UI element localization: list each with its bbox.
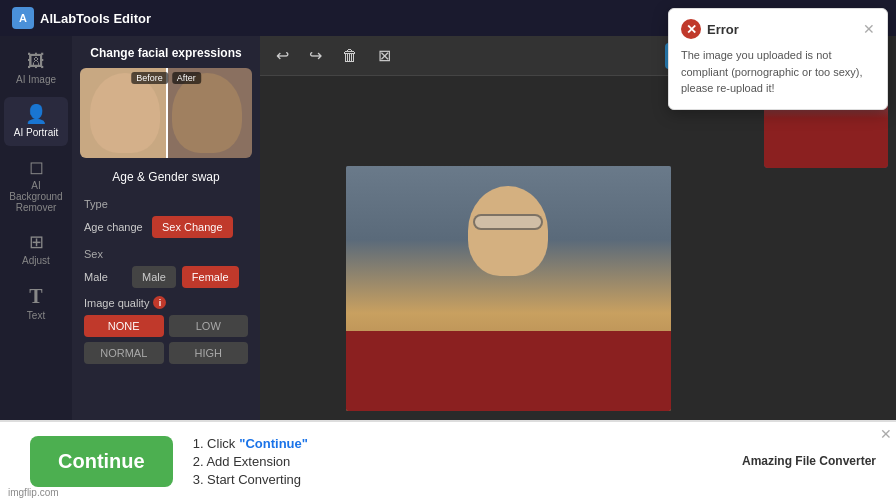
face-left bbox=[90, 73, 160, 153]
face-right bbox=[172, 73, 242, 153]
sidebar-item-ai-image[interactable]: 🖼 AI Image bbox=[4, 44, 68, 93]
sex-options: Male Female bbox=[132, 266, 239, 288]
ad-step-3: 3. Start Converting bbox=[193, 472, 308, 487]
ad-continue-button[interactable]: Continue bbox=[30, 436, 173, 487]
imgflip-label: imgflip.com bbox=[8, 487, 59, 498]
app-title: AlLabTools Editor bbox=[40, 11, 151, 26]
ad-step-2: 2. Add Extension bbox=[193, 454, 308, 469]
adjust-icon: ⊞ bbox=[29, 233, 44, 251]
info-icon: i bbox=[153, 296, 166, 309]
sidebar-item-ai-portrait[interactable]: 👤 AI Portrait bbox=[4, 97, 68, 146]
sex-row: Male Male Female bbox=[72, 262, 260, 292]
panel-header: Change facial expressions bbox=[72, 36, 260, 68]
ai-portrait-icon: 👤 bbox=[25, 105, 47, 123]
quality-high-button[interactable]: HIGH bbox=[169, 342, 249, 364]
redo-button[interactable]: ↪ bbox=[303, 42, 328, 69]
sidebar-item-label: Text bbox=[27, 310, 45, 321]
ad-step1-prefix: 1. Click bbox=[193, 436, 236, 451]
ad-bar: Continue 1. Click "Continue" 2. Add Exte… bbox=[0, 420, 896, 500]
ad-badge-name: Amazing File Converter bbox=[742, 454, 876, 468]
error-modal: ✕ Error ✕ The image you uploaded is not … bbox=[668, 8, 888, 110]
photo-person bbox=[346, 166, 671, 411]
error-title: Error bbox=[707, 22, 739, 37]
undo-button[interactable]: ↩ bbox=[270, 42, 295, 69]
female-button[interactable]: Female bbox=[182, 266, 239, 288]
sex-change-button[interactable]: Sex Change bbox=[152, 216, 233, 238]
ad-close-button[interactable]: ✕ bbox=[880, 426, 892, 442]
quality-normal-button[interactable]: NORMAL bbox=[84, 342, 164, 364]
quality-label: Image quality bbox=[84, 297, 149, 309]
sidebar-item-label: Adjust bbox=[22, 255, 50, 266]
sidebar-item-label: AI Image bbox=[16, 74, 56, 85]
imgflip-area: imgflip.com bbox=[8, 487, 59, 498]
error-close-button[interactable]: ✕ bbox=[863, 21, 875, 37]
photo-face bbox=[468, 186, 548, 276]
type-section-label: Type bbox=[72, 192, 260, 212]
sex-section-label: Sex bbox=[72, 242, 260, 262]
main-image bbox=[346, 166, 671, 411]
male-button[interactable]: Male bbox=[132, 266, 176, 288]
photo-scarf bbox=[346, 331, 671, 411]
photo-glasses bbox=[473, 214, 543, 230]
before-tag: Before bbox=[131, 72, 168, 84]
ad-step-1: 1. Click "Continue" bbox=[193, 436, 308, 451]
quality-section: Image quality i NONE LOW NORMAL HIGH bbox=[72, 292, 260, 368]
clear-button[interactable]: ⊠ bbox=[372, 42, 397, 69]
logo-area: A AlLabTools Editor bbox=[12, 7, 151, 29]
main-image-container: 640 x 480 px ⊖ 77% ⊕ bbox=[346, 166, 671, 411]
logo-icon: A bbox=[12, 7, 34, 29]
after-tag: After bbox=[172, 72, 201, 84]
swap-title: Age & Gender swap bbox=[72, 166, 260, 192]
error-message: The image you uploaded is not compliant … bbox=[681, 47, 875, 97]
sidebar-item-text[interactable]: T Text bbox=[4, 278, 68, 329]
before-after-label: Before After bbox=[131, 72, 201, 84]
type-row: Age change Sex Change bbox=[72, 212, 260, 242]
quality-label-row: Image quality i bbox=[84, 296, 248, 309]
age-change-label: Age change bbox=[84, 221, 144, 233]
sidebar-item-label: AI Portrait bbox=[14, 127, 58, 138]
sidebar-item-adjust[interactable]: ⊞ Adjust bbox=[4, 225, 68, 274]
sidebar-item-label: AI Background Remover bbox=[8, 180, 64, 213]
error-icon: ✕ bbox=[681, 19, 701, 39]
quality-grid: NONE LOW NORMAL HIGH bbox=[84, 315, 248, 364]
sidebar-item-bg-remover[interactable]: ◻ AI Background Remover bbox=[4, 150, 68, 221]
panel-preview: Before After bbox=[80, 68, 252, 158]
quality-low-button[interactable]: LOW bbox=[169, 315, 249, 337]
quality-none-button[interactable]: NONE bbox=[84, 315, 164, 337]
ai-image-icon: 🖼 bbox=[27, 52, 45, 70]
delete-button[interactable]: 🗑 bbox=[336, 43, 364, 69]
bg-remover-icon: ◻ bbox=[29, 158, 44, 176]
error-header: ✕ Error ✕ bbox=[681, 19, 875, 39]
ad-step2-text: 2. Add Extension bbox=[193, 454, 291, 469]
ad-step3-text: 3. Start Converting bbox=[193, 472, 301, 487]
ad-badge: Amazing File Converter bbox=[742, 454, 876, 468]
male-label: Male bbox=[84, 271, 124, 283]
ad-step1-link: "Continue" bbox=[239, 436, 308, 451]
ad-steps: 1. Click "Continue" 2. Add Extension 3. … bbox=[193, 436, 308, 487]
text-icon: T bbox=[29, 286, 42, 306]
